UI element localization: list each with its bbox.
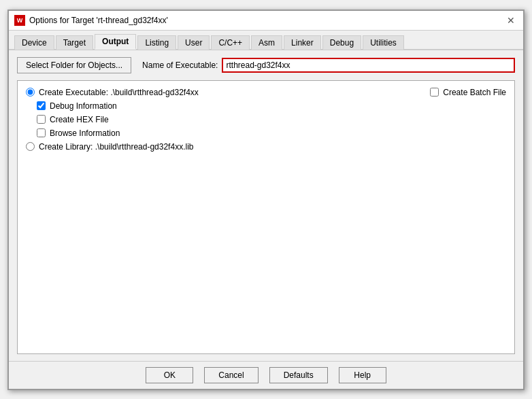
exec-name-label: Name of Executable: (142, 60, 218, 70)
create-library-label[interactable]: Create Library: .\build\rtthread-gd32f4x… (39, 142, 193, 152)
app-icon: W (14, 15, 25, 26)
exec-name-input[interactable] (222, 58, 515, 73)
create-hex-row: Create HEX File (37, 115, 506, 124)
browse-info-checkbox[interactable] (37, 128, 46, 137)
tab-listing[interactable]: Listing (137, 35, 176, 50)
options-group: Create Executable: .\build\rtthread-gd32… (17, 80, 515, 354)
create-library-row: Create Library: .\build\rtthread-gd32f4x… (26, 142, 506, 152)
debug-info-label[interactable]: Debug Information (50, 101, 117, 111)
tab-asm[interactable]: Asm (251, 35, 282, 50)
debug-info-checkbox[interactable] (37, 101, 46, 110)
ok-button[interactable]: OK (146, 367, 193, 383)
create-batch-checkbox[interactable] (430, 88, 439, 97)
exec-name-row: Name of Executable: (142, 58, 515, 73)
create-executable-radio[interactable] (26, 88, 35, 97)
create-library-radio[interactable] (26, 142, 35, 151)
browse-info-label[interactable]: Browse Information (50, 128, 120, 138)
title-bar: W Options for Target 'rt-thread_gd32f4xx… (9, 11, 523, 31)
window-title: Options for Target 'rt-thread_gd32f4xx' (29, 16, 168, 25)
create-hex-label[interactable]: Create HEX File (50, 115, 109, 124)
top-row: Select Folder for Objects... Name of Exe… (17, 57, 515, 73)
create-executable-label[interactable]: Create Executable: .\build\rtthread-gd32… (39, 88, 199, 97)
select-folder-button[interactable]: Select Folder for Objects... (17, 57, 131, 73)
tab-cpp[interactable]: C/C++ (211, 35, 250, 50)
create-hex-checkbox[interactable] (37, 115, 46, 124)
tab-target[interactable]: Target (56, 35, 93, 50)
content-area: Select Folder for Objects... Name of Exe… (9, 50, 523, 361)
tab-linker[interactable]: Linker (284, 35, 321, 50)
defaults-button[interactable]: Defaults (269, 367, 328, 383)
footer: OK Cancel Defaults Help (9, 361, 523, 389)
group-content: Create Executable: .\build\rtthread-gd32… (26, 88, 506, 152)
close-button[interactable]: ✕ (504, 16, 518, 25)
title-bar-left: W Options for Target 'rt-thread_gd32f4xx… (14, 15, 168, 26)
tab-user[interactable]: User (178, 35, 210, 50)
cancel-button[interactable]: Cancel (204, 367, 258, 383)
debug-info-row: Debug Information (37, 101, 506, 111)
tabs-bar: Device Target Output Listing User C/C++ … (9, 31, 523, 50)
tab-utilities[interactable]: Utilities (363, 35, 404, 50)
browse-info-row: Browse Information (37, 128, 506, 138)
tab-device[interactable]: Device (14, 35, 54, 50)
help-button[interactable]: Help (339, 367, 386, 383)
create-batch-row: Create Batch File (430, 88, 506, 97)
create-batch-label[interactable]: Create Batch File (443, 88, 506, 97)
main-window: W Options for Target 'rt-thread_gd32f4xx… (7, 10, 525, 390)
tab-debug[interactable]: Debug (322, 35, 361, 50)
tab-output[interactable]: Output (95, 34, 136, 50)
